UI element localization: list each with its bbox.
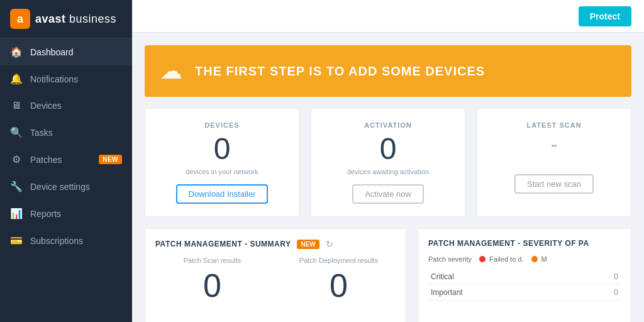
content-area: ☁ THE FIRST STEP IS TO ADD SOME DEVICES … (132, 33, 644, 322)
patch-deployment-label: Patch Deployment results (282, 257, 396, 264)
patch-deployment-col: Patch Deployment results 0 (282, 257, 396, 302)
avast-logo-icon: a (10, 9, 30, 29)
sidebar-item-devices[interactable]: 🖥 Devices (0, 92, 132, 119)
critical-failed-value: 0 (582, 269, 621, 285)
home-icon: 🏠 (10, 46, 23, 58)
sidebar-item-dashboard[interactable]: 🏠 Dashboard (0, 38, 132, 65)
failed-legend: Failed to d. (479, 255, 523, 263)
important-failed-value: 0 (582, 285, 621, 301)
sidebar-item-subscriptions[interactable]: 💳 Subscriptions (0, 227, 132, 254)
patch-summary-header: PATCH MANAGEMENT - SUMMARY NEW ↻ (155, 239, 396, 249)
patch-scan-col: Patch Scan results 0 (155, 257, 269, 302)
stats-row: DEVICES 0 devices in your network Downlo… (145, 108, 631, 217)
sidebar-item-label: Subscriptions (30, 236, 122, 246)
patch-scan-value: 0 (155, 269, 269, 302)
failed-label: Failed to d. (489, 255, 523, 263)
sidebar-item-tasks[interactable]: 🔍 Tasks (0, 119, 132, 146)
missing-label: M (541, 255, 547, 263)
severity-table: Critical 0 Important 0 (428, 269, 621, 301)
latest-scan-stat-value: - (551, 134, 558, 154)
patches-icon: ⚙ (10, 153, 23, 165)
patch-scan-label: Patch Scan results (155, 257, 269, 264)
banner-message: THE FIRST STEP IS TO ADD SOME DEVICES (195, 64, 485, 79)
protect-button[interactable]: Protect (579, 6, 631, 26)
download-installer-button[interactable]: Download Installer (176, 184, 269, 204)
patches-new-badge: NEW (99, 155, 122, 164)
latest-scan-stat-label: LATEST SCAN (526, 121, 581, 129)
reports-icon: 📊 (10, 208, 23, 219)
failed-dot-icon (479, 256, 486, 262)
devices-stat-label: DEVICES (204, 121, 239, 129)
main-content: Protect ☁ THE FIRST STEP IS TO ADD SOME … (132, 0, 644, 322)
important-label: Important (428, 285, 582, 301)
latest-scan-stat-card: LATEST SCAN - Start new scan (477, 108, 631, 217)
devices-icon: 🖥 (10, 100, 23, 111)
patch-severity-panel: PATCH MANAGEMENT - SEVERITY OF PA Patch … (418, 228, 631, 322)
missing-legend: M (531, 255, 547, 263)
sidebar: a avast business 🏠 Dashboard 🔔 Notificat… (0, 0, 132, 322)
patch-deployment-value: 0 (282, 269, 396, 302)
latest-scan-stat-sublabel (553, 158, 555, 165)
upload-cloud-icon: ☁ (160, 58, 182, 84)
sidebar-item-reports[interactable]: 📊 Reports (0, 200, 132, 227)
patch-severity-title: PATCH MANAGEMENT - SEVERITY OF PA (428, 239, 589, 248)
activate-now-button[interactable]: Activate now (352, 184, 424, 204)
critical-label: Critical (428, 269, 582, 285)
sidebar-item-device-settings[interactable]: 🔧 Device settings (0, 173, 132, 200)
severity-legend: Patch severity (428, 255, 472, 263)
devices-stat-sublabel: devices in your network (186, 168, 258, 175)
severity-label: Patch severity (428, 255, 472, 263)
patch-summary-new-badge: NEW (297, 240, 319, 249)
sidebar-item-notifications[interactable]: 🔔 Notifications (0, 65, 132, 92)
severity-legend-row: Patch severity Failed to d. M (428, 255, 621, 263)
sidebar-item-label: Patches (30, 155, 91, 165)
refresh-icon[interactable]: ↻ (326, 239, 333, 249)
patch-severity-header: PATCH MANAGEMENT - SEVERITY OF PA (428, 239, 621, 248)
tasks-icon: 🔍 (10, 126, 23, 138)
sidebar-item-label: Devices (30, 101, 122, 111)
sidebar-item-patches[interactable]: ⚙ Patches NEW (0, 146, 132, 173)
activation-stat-label: ACTIVATION (364, 121, 412, 129)
patch-summary-title: PATCH MANAGEMENT - SUMMARY (155, 240, 291, 248)
activation-stat-card: ACTIVATION 0 devices awaiting activation… (311, 108, 465, 217)
devices-stat-card: DEVICES 0 devices in your network Downlo… (145, 108, 299, 217)
subscriptions-icon: 💳 (10, 235, 23, 247)
sidebar-item-label: Device settings (30, 182, 122, 192)
topbar: Protect (132, 0, 644, 33)
activation-stat-sublabel: devices awaiting activation (347, 168, 429, 175)
device-settings-icon: 🔧 (10, 180, 23, 192)
patch-summary-panel: PATCH MANAGEMENT - SUMMARY NEW ↻ Patch S… (145, 228, 406, 322)
table-row: Critical 0 (428, 269, 621, 285)
sidebar-item-label: Notifications (30, 74, 122, 84)
table-row: Important 0 (428, 285, 621, 301)
sidebar-nav: 🏠 Dashboard 🔔 Notifications 🖥 Devices 🔍 … (0, 38, 132, 254)
patch-summary-cols: Patch Scan results 0 Patch Deployment re… (155, 257, 396, 302)
activation-stat-value: 0 (380, 134, 397, 164)
add-devices-banner: ☁ THE FIRST STEP IS TO ADD SOME DEVICES (145, 45, 631, 97)
devices-stat-value: 0 (214, 134, 231, 164)
logo-area: a avast business (0, 0, 132, 38)
sidebar-item-label: Reports (30, 209, 122, 219)
missing-dot-icon (531, 256, 538, 262)
sidebar-item-label: Tasks (30, 128, 122, 138)
panels-row: PATCH MANAGEMENT - SUMMARY NEW ↻ Patch S… (145, 228, 631, 322)
logo-text: avast business (35, 13, 116, 26)
sidebar-item-label: Dashboard (30, 47, 122, 57)
notifications-icon: 🔔 (10, 73, 23, 85)
start-new-scan-button[interactable]: Start new scan (514, 174, 594, 194)
